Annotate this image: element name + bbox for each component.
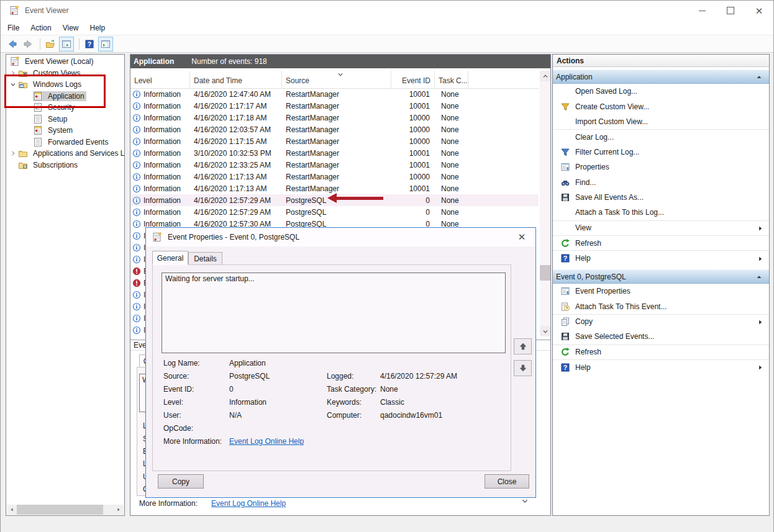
tree-item-system[interactable]: System [6, 125, 124, 137]
action-save-selected-events[interactable]: Save Selected Events... [553, 329, 769, 344]
minimize-button[interactable] [688, 1, 716, 20]
information-icon [132, 220, 143, 228]
tree-item-forwarded-events[interactable]: Forwarded Events [6, 137, 124, 148]
event-row[interactable]: Information 4/16/2020 12:57:29 AM Postgr… [130, 206, 539, 218]
event-date: 4/16/2020 1:17:13 AM [190, 184, 282, 193]
help-icon[interactable] [83, 37, 96, 51]
tree-item-setup[interactable]: Setup [6, 114, 124, 125]
action-find[interactable]: Find... [553, 174, 769, 189]
event-row[interactable]: Information 4/16/2020 1:17:15 AM Restart… [130, 135, 539, 147]
action-properties[interactable]: Properties [553, 160, 769, 174]
event-row[interactable]: Information 4/16/2020 12:33:25 AM Restar… [130, 159, 539, 171]
preview-scroll-down-icon[interactable] [521, 497, 529, 505]
back-icon[interactable] [6, 37, 19, 51]
event-log-online-help-link[interactable]: Event Log Online Help [229, 437, 304, 446]
column-header-task-category[interactable]: Task C... [435, 71, 468, 88]
copy-button[interactable]: Copy [158, 474, 204, 489]
actions-section-application-header[interactable]: Application [553, 70, 769, 84]
dialog-tab-general[interactable]: General [152, 251, 188, 265]
action-copy[interactable]: Copy [553, 314, 769, 329]
dialog-close-icon[interactable]: ✕ [508, 228, 535, 246]
event-source: RestartManager [282, 184, 391, 193]
action-create-custom-view[interactable]: Create Custom View... [553, 99, 769, 114]
column-header-event-id[interactable]: Event ID [391, 71, 435, 88]
action-item-label: Save All Events As... [575, 193, 644, 202]
event-date: 4/16/2020 12:03:57 AM [190, 125, 282, 134]
event-row[interactable]: Information 4/16/2020 12:47:40 AM Restar… [130, 88, 539, 100]
menu-action[interactable]: Action [25, 20, 57, 35]
event-id: 0 [391, 208, 435, 217]
action-attach-a-task-to-this-log[interactable]: Attach a Task To this Log... [553, 205, 769, 220]
action-view[interactable]: View [553, 220, 769, 235]
event-row[interactable]: Information 4/16/2020 1:17:13 AM Restart… [130, 171, 539, 183]
tree-item-event-viewer-local[interactable]: Event Viewer (Local) [6, 56, 124, 68]
previous-event-button[interactable] [514, 338, 532, 354]
event-source: RestartManager [282, 102, 391, 110]
actions-section-event-header[interactable]: Event 0, PostgreSQL [553, 269, 769, 284]
scroll-left-icon[interactable] [7, 505, 17, 515]
console-tree-panel: Event Viewer (Local) Custom Views Window… [6, 54, 125, 516]
save-icon [560, 192, 570, 202]
event-list-scrollbar[interactable] [540, 71, 550, 336]
close-button[interactable]: Close [485, 474, 529, 489]
action-help[interactable]: Help [553, 250, 769, 265]
chevron-right-icon[interactable] [9, 150, 17, 157]
event-row[interactable]: Information 4/16/2020 1:17:17 AM Restart… [130, 100, 539, 112]
log-name-value: Application [229, 359, 327, 367]
event-id: 10000 [391, 173, 435, 181]
close-button[interactable]: ✕ [745, 1, 773, 20]
show-console-tree-icon[interactable] [59, 37, 74, 52]
menu-file[interactable]: File [2, 20, 25, 35]
action-save-all-events-as[interactable]: Save All Events As... [553, 190, 769, 205]
column-header-date[interactable]: Date and Time [190, 71, 282, 88]
actions-title-bar: Actions [553, 55, 769, 67]
event-log-online-help-link[interactable]: Event Log Online Help [211, 499, 286, 508]
show-action-pane-icon[interactable] [98, 37, 113, 52]
event-level: Information [143, 102, 181, 110]
computer-label: Computer: [327, 411, 380, 420]
dialog-icon [152, 232, 162, 242]
menu-view[interactable]: View [57, 20, 84, 35]
action-refresh[interactable]: Refresh [553, 235, 769, 250]
scrollbar-thumb[interactable] [540, 265, 550, 281]
action-clear-log[interactable]: Clear Log... [553, 129, 769, 144]
tree-item-applications-and-services-lo[interactable]: Applications and Services Lo [6, 148, 124, 160]
action-import-custom-view[interactable]: Import Custom View... [553, 114, 769, 129]
scroll-right-icon[interactable] [114, 505, 124, 515]
event-row[interactable]: Information 3/10/2020 10:32:53 PM Restar… [130, 147, 539, 159]
action-filter-current-log[interactable]: Filter Current Log... [553, 145, 769, 160]
tree-horizontal-scrollbar[interactable] [7, 505, 124, 515]
menu-help[interactable]: Help [84, 20, 111, 35]
event-id: 10001 [391, 149, 435, 158]
action-open-saved-log[interactable]: Open Saved Log... [553, 84, 769, 99]
tree-item-subscriptions[interactable]: Subscriptions [6, 160, 124, 171]
log-name-label: Log Name: [163, 359, 229, 367]
event-row[interactable]: Information 4/16/2020 1:17:18 AM Restart… [130, 112, 539, 124]
scrollbar-thumb[interactable] [17, 505, 103, 515]
action-refresh[interactable]: Refresh [553, 345, 769, 359]
action-attach-task-to-this-event[interactable]: Attach Task To This Event... [553, 299, 769, 313]
action-help[interactable]: Help [553, 359, 769, 374]
submenu-arrow-icon [757, 225, 764, 232]
event-row[interactable]: Information 4/16/2020 12:03:57 AM Restar… [130, 124, 539, 135]
collapse-icon[interactable] [755, 73, 763, 81]
dialog-tab-details[interactable]: Details [188, 252, 222, 265]
column-header-source[interactable]: Source [282, 71, 391, 88]
information-icon [132, 125, 143, 134]
action-item-label: Attach Task To This Event... [575, 302, 667, 311]
scroll-up-icon[interactable] [540, 71, 550, 81]
event-task-category: None [435, 208, 468, 217]
export-log-icon[interactable] [43, 37, 57, 51]
event-task-category: None [435, 102, 468, 110]
column-header-level[interactable]: Level [130, 71, 190, 88]
dialog-message-box[interactable]: Waiting for server startup... [162, 273, 506, 353]
maximize-button[interactable] [716, 1, 745, 20]
forward-icon[interactable] [21, 37, 35, 51]
scroll-down-icon[interactable] [540, 326, 550, 336]
collapse-icon[interactable] [755, 273, 763, 281]
computer-value: qadocindw16vm01 [380, 411, 442, 420]
action-event-properties[interactable]: Event Properties [553, 284, 769, 299]
next-event-button[interactable] [514, 360, 532, 376]
level-label: Level: [163, 398, 229, 407]
information-icon [132, 208, 143, 217]
